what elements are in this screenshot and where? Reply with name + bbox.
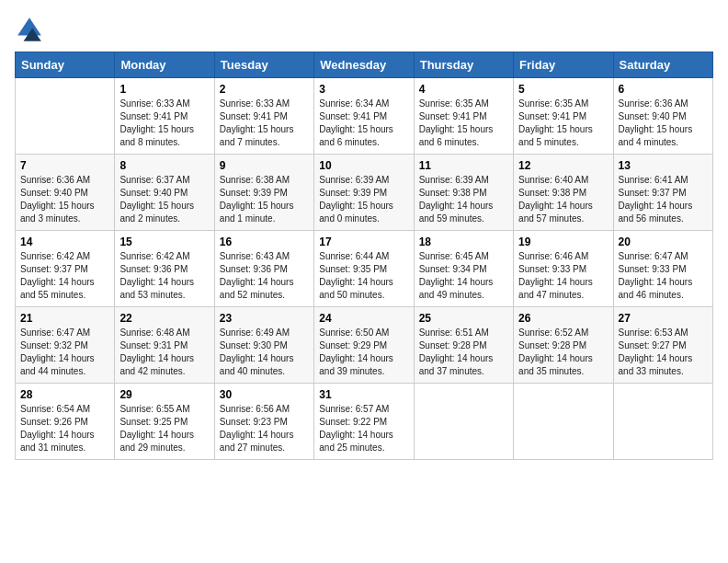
day-info: Sunrise: 6:42 AM Sunset: 9:36 PM Dayligh…	[119, 250, 209, 302]
col-header-saturday: Saturday	[613, 52, 712, 78]
day-info: Sunrise: 6:35 AM Sunset: 9:41 PM Dayligh…	[419, 98, 508, 149]
calendar-week-3: 21Sunrise: 6:47 AM Sunset: 9:32 PM Dayli…	[16, 307, 713, 384]
calendar-cell: 19Sunrise: 6:46 AM Sunset: 9:33 PM Dayli…	[514, 231, 613, 307]
col-header-friday: Friday	[514, 52, 613, 78]
day-info: Sunrise: 6:37 AM Sunset: 9:40 PM Dayligh…	[119, 174, 209, 225]
day-info: Sunrise: 6:48 AM Sunset: 9:31 PM Dayligh…	[119, 327, 209, 378]
calendar-cell	[414, 384, 513, 460]
day-number: 4	[419, 83, 508, 96]
col-header-tuesday: Tuesday	[214, 52, 313, 78]
calendar-week-2: 14Sunrise: 6:42 AM Sunset: 9:37 PM Dayli…	[16, 231, 713, 307]
calendar-cell: 15Sunrise: 6:42 AM Sunset: 9:36 PM Dayli…	[115, 231, 214, 307]
day-number: 28	[20, 388, 109, 401]
calendar-cell: 3Sunrise: 6:34 AM Sunset: 9:41 PM Daylig…	[314, 78, 414, 155]
calendar-week-4: 28Sunrise: 6:54 AM Sunset: 9:26 PM Dayli…	[16, 384, 713, 460]
day-info: Sunrise: 6:40 AM Sunset: 9:38 PM Dayligh…	[518, 174, 608, 225]
day-number: 3	[319, 83, 408, 96]
day-info: Sunrise: 6:39 AM Sunset: 9:38 PM Dayligh…	[419, 174, 508, 225]
day-number: 26	[518, 312, 608, 325]
day-number: 9	[220, 159, 309, 172]
calendar-cell: 28Sunrise: 6:54 AM Sunset: 9:26 PM Dayli…	[16, 384, 115, 460]
day-number: 7	[20, 159, 109, 172]
day-number: 5	[518, 83, 608, 96]
calendar-cell: 8Sunrise: 6:37 AM Sunset: 9:40 PM Daylig…	[115, 155, 214, 231]
calendar-cell: 30Sunrise: 6:56 AM Sunset: 9:23 PM Dayli…	[214, 384, 313, 460]
day-info: Sunrise: 6:52 AM Sunset: 9:28 PM Dayligh…	[518, 327, 608, 378]
day-info: Sunrise: 6:46 AM Sunset: 9:33 PM Dayligh…	[518, 250, 608, 302]
day-number: 12	[518, 159, 608, 172]
day-info: Sunrise: 6:49 AM Sunset: 9:30 PM Dayligh…	[220, 327, 309, 378]
day-number: 30	[220, 388, 309, 401]
calendar-cell: 13Sunrise: 6:41 AM Sunset: 9:37 PM Dayli…	[613, 155, 712, 231]
day-info: Sunrise: 6:41 AM Sunset: 9:37 PM Dayligh…	[619, 174, 708, 225]
day-number: 15	[119, 236, 209, 248]
calendar-cell: 31Sunrise: 6:57 AM Sunset: 9:22 PM Dayli…	[314, 384, 414, 460]
calendar-cell: 21Sunrise: 6:47 AM Sunset: 9:32 PM Dayli…	[16, 307, 115, 384]
calendar-cell: 26Sunrise: 6:52 AM Sunset: 9:28 PM Dayli…	[514, 307, 613, 384]
calendar-cell: 22Sunrise: 6:48 AM Sunset: 9:31 PM Dayli…	[115, 307, 214, 384]
calendar-cell: 7Sunrise: 6:36 AM Sunset: 9:40 PM Daylig…	[16, 155, 115, 231]
day-info: Sunrise: 6:56 AM Sunset: 9:23 PM Dayligh…	[220, 403, 309, 454]
col-header-monday: Monday	[115, 52, 214, 78]
calendar-cell	[16, 78, 115, 155]
calendar-cell: 14Sunrise: 6:42 AM Sunset: 9:37 PM Dayli…	[16, 231, 115, 307]
calendar-cell: 23Sunrise: 6:49 AM Sunset: 9:30 PM Dayli…	[214, 307, 313, 384]
day-number: 14	[20, 236, 109, 248]
calendar-cell: 5Sunrise: 6:35 AM Sunset: 9:41 PM Daylig…	[514, 78, 613, 155]
calendar-cell	[514, 384, 613, 460]
day-number: 6	[619, 83, 708, 96]
col-header-wednesday: Wednesday	[314, 52, 414, 78]
day-number: 16	[220, 236, 309, 248]
calendar-cell: 10Sunrise: 6:39 AM Sunset: 9:39 PM Dayli…	[314, 155, 414, 231]
day-number: 17	[319, 236, 408, 248]
day-info: Sunrise: 6:34 AM Sunset: 9:41 PM Dayligh…	[319, 98, 408, 149]
calendar-cell: 27Sunrise: 6:53 AM Sunset: 9:27 PM Dayli…	[613, 307, 712, 384]
calendar-cell	[613, 384, 712, 460]
page-header	[15, 15, 713, 44]
calendar-cell: 2Sunrise: 6:33 AM Sunset: 9:41 PM Daylig…	[214, 78, 313, 155]
day-number: 21	[20, 312, 109, 325]
day-number: 1	[119, 83, 209, 96]
calendar-cell: 11Sunrise: 6:39 AM Sunset: 9:38 PM Dayli…	[414, 155, 513, 231]
day-info: Sunrise: 6:42 AM Sunset: 9:37 PM Dayligh…	[20, 250, 109, 302]
calendar-cell: 29Sunrise: 6:55 AM Sunset: 9:25 PM Dayli…	[115, 384, 214, 460]
logo	[15, 15, 48, 44]
col-header-thursday: Thursday	[414, 52, 513, 78]
day-number: 19	[518, 236, 608, 248]
calendar-cell: 16Sunrise: 6:43 AM Sunset: 9:36 PM Dayli…	[214, 231, 313, 307]
day-info: Sunrise: 6:43 AM Sunset: 9:36 PM Dayligh…	[220, 250, 309, 302]
col-header-sunday: Sunday	[16, 52, 115, 78]
calendar-cell: 18Sunrise: 6:45 AM Sunset: 9:34 PM Dayli…	[414, 231, 513, 307]
day-number: 29	[119, 388, 209, 401]
day-number: 23	[220, 312, 309, 325]
day-number: 25	[419, 312, 508, 325]
day-info: Sunrise: 6:33 AM Sunset: 9:41 PM Dayligh…	[119, 98, 209, 149]
day-info: Sunrise: 6:54 AM Sunset: 9:26 PM Dayligh…	[20, 403, 109, 454]
day-info: Sunrise: 6:45 AM Sunset: 9:34 PM Dayligh…	[419, 250, 508, 302]
calendar-cell: 6Sunrise: 6:36 AM Sunset: 9:40 PM Daylig…	[613, 78, 712, 155]
day-info: Sunrise: 6:33 AM Sunset: 9:41 PM Dayligh…	[220, 98, 309, 149]
calendar-week-0: 1Sunrise: 6:33 AM Sunset: 9:41 PM Daylig…	[16, 78, 713, 155]
calendar-cell: 12Sunrise: 6:40 AM Sunset: 9:38 PM Dayli…	[514, 155, 613, 231]
day-info: Sunrise: 6:39 AM Sunset: 9:39 PM Dayligh…	[319, 174, 408, 225]
calendar-cell: 1Sunrise: 6:33 AM Sunset: 9:41 PM Daylig…	[115, 78, 214, 155]
calendar-header: SundayMondayTuesdayWednesdayThursdayFrid…	[16, 52, 713, 78]
day-number: 24	[319, 312, 408, 325]
day-info: Sunrise: 6:47 AM Sunset: 9:33 PM Dayligh…	[619, 250, 708, 302]
calendar-cell: 24Sunrise: 6:50 AM Sunset: 9:29 PM Dayli…	[314, 307, 414, 384]
calendar-week-1: 7Sunrise: 6:36 AM Sunset: 9:40 PM Daylig…	[16, 155, 713, 231]
calendar-cell: 4Sunrise: 6:35 AM Sunset: 9:41 PM Daylig…	[414, 78, 513, 155]
day-info: Sunrise: 6:36 AM Sunset: 9:40 PM Dayligh…	[20, 174, 109, 225]
day-info: Sunrise: 6:38 AM Sunset: 9:39 PM Dayligh…	[220, 174, 309, 225]
day-number: 8	[119, 159, 209, 172]
day-number: 18	[419, 236, 508, 248]
day-info: Sunrise: 6:35 AM Sunset: 9:41 PM Dayligh…	[518, 98, 608, 149]
calendar-table: SundayMondayTuesdayWednesdayThursdayFrid…	[15, 52, 713, 460]
day-number: 2	[220, 83, 309, 96]
day-info: Sunrise: 6:51 AM Sunset: 9:28 PM Dayligh…	[419, 327, 508, 378]
day-number: 13	[619, 159, 708, 172]
day-info: Sunrise: 6:55 AM Sunset: 9:25 PM Dayligh…	[119, 403, 209, 454]
day-number: 22	[119, 312, 209, 325]
day-number: 10	[319, 159, 408, 172]
day-number: 20	[619, 236, 708, 248]
